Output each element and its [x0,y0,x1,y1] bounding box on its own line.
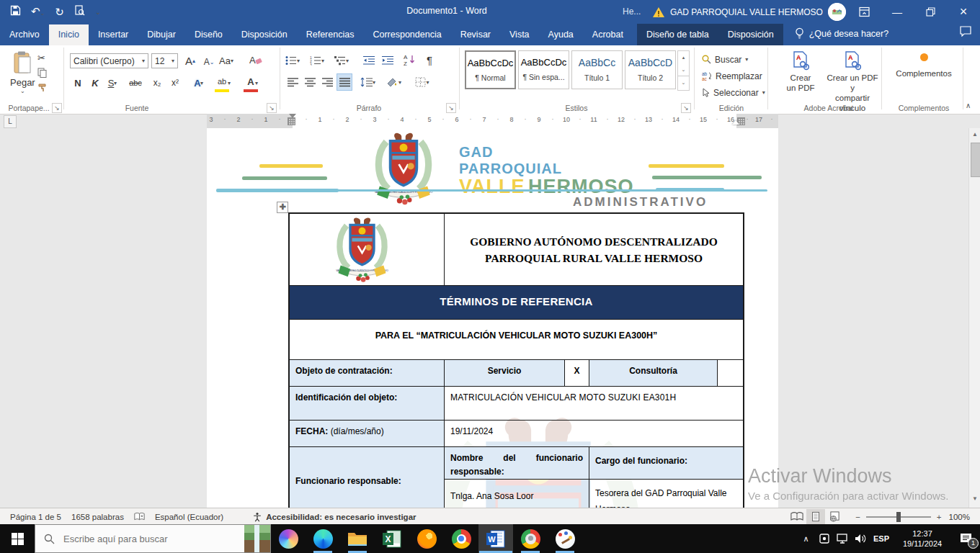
shading-dropdown-icon[interactable]: ▾ [398,79,401,86]
show-marks-button[interactable]: ¶ [422,52,437,68]
scrollbar-thumb[interactable] [971,143,980,177]
cell-funcionario-label[interactable]: Funcionario responsable: [288,446,445,508]
clock[interactable]: 12:37 19/11/2024 [896,529,948,549]
taskbar-search[interactable] [35,524,271,553]
paste-button[interactable]: Pegar ⌄ [10,51,35,94]
tell-me-box[interactable]: ¿Qué desea hacer? [795,27,889,45]
customize-qat-icon[interactable]: ⌄ [95,3,101,21]
close-button[interactable]: × [947,0,980,24]
table-logo-cell[interactable] [288,212,445,286]
page[interactable]: GAD PARROQUIAL VALLE HERMOSO ADMINISTRAT… [207,128,778,508]
vertical-scrollbar[interactable]: ▲ ▼ [968,128,980,508]
create-pdf-button[interactable]: A Crear un PDF [777,51,824,93]
shading-button[interactable]: ▾ [386,74,401,90]
ribbon-display-options-icon[interactable] [847,0,881,24]
taskbar-chrome-icon[interactable] [444,524,478,553]
clear-formatting-button[interactable]: A [249,53,263,68]
tab-referencias[interactable]: Referencias [297,24,364,45]
contextual-tab-disposición[interactable]: Disposición [718,24,783,45]
increase-indent-button[interactable] [380,53,395,68]
change-case-button[interactable]: Aa▾ [219,53,233,68]
document-canvas[interactable]: GAD PARROQUIAL VALLE HERMOSO ADMINISTRAT… [0,128,980,508]
taskbar-firefox-icon[interactable] [409,524,444,553]
page-indicator[interactable]: Página 1 de 5 [10,513,61,521]
cell-cargo-value[interactable]: Tesorera del GAD Parroquial Valle Hermos… [589,479,744,508]
document-table[interactable]: GOBIERNO AUTÓNOMO DESCENTRALIZADO PARROQ… [288,212,744,508]
table-move-handle[interactable]: ✚ [277,202,288,213]
style-heading2[interactable]: AaBbCcD Título 2 [625,50,676,89]
taskbar-edge-icon[interactable] [306,524,340,553]
accessibility-status[interactable]: Accesibilidad: es necesario investigar [252,512,416,522]
select-button[interactable]: Seleccionar ▾ [702,85,765,100]
font-size-dropdown-icon[interactable]: ▾ [172,58,174,64]
bullets-button[interactable]: ▾ [285,53,300,68]
tab-archivo[interactable]: Archivo [0,24,49,45]
action-center-icon[interactable]: 1 [951,524,980,553]
strikethrough-button[interactable]: abc [128,75,143,91]
minimize-button[interactable]: — [881,0,914,24]
tab-vista[interactable]: Vista [500,24,539,45]
search-input[interactable] [62,533,223,545]
find-dropdown-icon[interactable]: ▾ [745,56,748,63]
language-switcher[interactable]: ESP [869,524,894,553]
replace-button[interactable]: abac Reemplazar [702,68,762,84]
tab-selector[interactable]: L [4,115,17,128]
cell-fecha-value[interactable]: 19/11/2024 [444,420,744,447]
styles-scroll-up-icon[interactable]: ▴ [678,51,689,63]
clipboard-dialog-launcher[interactable]: ↘ [52,103,62,113]
save-icon[interactable] [10,3,21,21]
font-dialog-launcher[interactable]: ↘ [267,103,277,113]
style-heading1[interactable]: AaBbCc Título 1 [571,50,623,89]
tray-chevron-icon[interactable]: ∧ [797,524,815,553]
align-right-button[interactable] [320,74,334,90]
paste-dropdown-icon[interactable]: ⌄ [10,88,35,94]
cut-button[interactable]: ✂ [37,53,45,63]
align-left-button[interactable] [285,74,300,90]
cell-consultoria-check[interactable] [717,359,744,387]
line-spacing-dropdown-icon[interactable]: ▾ [373,79,375,86]
proofing-icon[interactable] [134,512,145,521]
share-comment-icon[interactable] [960,26,971,45]
account-area[interactable]: GAD PARROQUIAL VALLE HERMOSO [652,3,846,21]
style-normal[interactable]: AaBbCcDc ¶ Normal [465,50,516,89]
zoom-slider-thumb[interactable] [896,512,901,522]
text-effects-dropdown-icon[interactable]: ▾ [200,80,203,86]
tab-inicio[interactable]: Inicio [49,24,89,45]
start-button[interactable] [0,524,35,553]
redo-button[interactable]: ↻ [55,3,64,21]
font-size-combo[interactable]: 12▾ [151,53,178,68]
borders-dropdown-icon[interactable]: ▾ [426,79,429,86]
zoom-out-button[interactable]: − [855,513,860,521]
cell-consultoria[interactable]: Consultoría [589,359,718,387]
tab-diseño[interactable]: Diseño [185,24,232,45]
multilevel-dropdown-icon[interactable]: ▾ [346,58,349,64]
table-subject-cell[interactable]: PARA EL “MATRICULACIÓN VEHICULAR MOTO SU… [288,319,744,360]
cell-objeto-label[interactable]: Objeto de contratación: [288,359,445,387]
font-color-dropdown-icon[interactable]: ▾ [255,80,258,86]
table-org-cell[interactable]: GOBIERNO AUTÓNOMO DESCENTRALIZADO PARROQ… [444,212,744,286]
style-no-spacing[interactable]: AaBbCcDc ¶ Sin espa... [518,50,569,89]
bullets-dropdown-icon[interactable]: ▾ [297,58,300,64]
first-line-indent-marker[interactable] [289,114,296,118]
avatar[interactable] [828,3,846,21]
cell-nombre-value[interactable]: Tnlga. Ana Sosa Loor [444,479,589,508]
underline-dropdown-icon[interactable]: ▾ [114,80,117,86]
copy-button[interactable] [37,68,47,81]
scroll-down-icon[interactable]: ▼ [971,495,979,502]
taskbar-excel-icon[interactable]: X [375,524,409,553]
volume-icon[interactable] [851,524,869,553]
tab-revisar[interactable]: Revisar [451,24,500,45]
word-count[interactable]: 1658 palabras [71,513,124,521]
line-spacing-button[interactable]: ▾ [360,74,375,90]
left-margin-marker[interactable] [288,117,295,125]
shrink-font-button[interactable]: A⌄ [202,54,216,70]
print-preview-icon[interactable] [74,3,85,21]
decrease-indent-button[interactable] [362,53,376,68]
styles-scroll-down-icon[interactable]: ⌄ [678,63,689,76]
format-painter-button[interactable] [37,83,48,96]
numbering-button[interactable]: 123 ▾ [310,53,324,68]
network-icon[interactable] [833,524,851,553]
taskbar-copilot-icon[interactable] [271,524,306,553]
tab-acrobat[interactable]: Acrobat [583,24,633,45]
cell-fecha-label[interactable]: FECHA: (día/mes/año) [288,420,445,447]
